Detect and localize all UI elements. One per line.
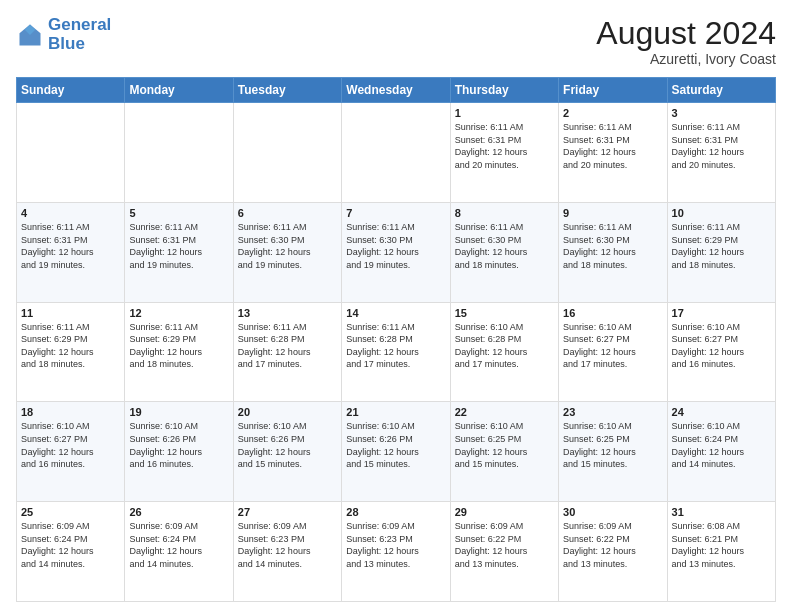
calendar-cell [342,103,450,203]
calendar-cell: 23Sunrise: 6:10 AM Sunset: 6:25 PM Dayli… [559,402,667,502]
day-info: Sunrise: 6:11 AM Sunset: 6:31 PM Dayligh… [455,121,554,171]
day-info: Sunrise: 6:09 AM Sunset: 6:22 PM Dayligh… [455,520,554,570]
day-info: Sunrise: 6:11 AM Sunset: 6:28 PM Dayligh… [346,321,445,371]
main-title: August 2024 [596,16,776,51]
calendar-cell: 19Sunrise: 6:10 AM Sunset: 6:26 PM Dayli… [125,402,233,502]
calendar-cell: 27Sunrise: 6:09 AM Sunset: 6:23 PM Dayli… [233,502,341,602]
day-number: 6 [238,207,337,219]
day-info: Sunrise: 6:11 AM Sunset: 6:30 PM Dayligh… [563,221,662,271]
calendar-week-5: 25Sunrise: 6:09 AM Sunset: 6:24 PM Dayli… [17,502,776,602]
calendar-cell: 31Sunrise: 6:08 AM Sunset: 6:21 PM Dayli… [667,502,775,602]
day-number: 17 [672,307,771,319]
day-info: Sunrise: 6:11 AM Sunset: 6:31 PM Dayligh… [563,121,662,171]
calendar-cell: 4Sunrise: 6:11 AM Sunset: 6:31 PM Daylig… [17,202,125,302]
calendar-cell: 8Sunrise: 6:11 AM Sunset: 6:30 PM Daylig… [450,202,558,302]
day-number: 15 [455,307,554,319]
day-number: 4 [21,207,120,219]
day-number: 19 [129,406,228,418]
day-number: 2 [563,107,662,119]
day-number: 12 [129,307,228,319]
logo: General Blue [16,16,111,53]
day-number: 21 [346,406,445,418]
day-number: 9 [563,207,662,219]
calendar-week-2: 4Sunrise: 6:11 AM Sunset: 6:31 PM Daylig… [17,202,776,302]
logo-icon [16,21,44,49]
day-number: 8 [455,207,554,219]
calendar-week-1: 1Sunrise: 6:11 AM Sunset: 6:31 PM Daylig… [17,103,776,203]
day-info: Sunrise: 6:10 AM Sunset: 6:27 PM Dayligh… [563,321,662,371]
calendar-cell: 25Sunrise: 6:09 AM Sunset: 6:24 PM Dayli… [17,502,125,602]
calendar-cell: 6Sunrise: 6:11 AM Sunset: 6:30 PM Daylig… [233,202,341,302]
subtitle: Azuretti, Ivory Coast [596,51,776,67]
day-number: 1 [455,107,554,119]
calendar-header-tuesday: Tuesday [233,78,341,103]
day-info: Sunrise: 6:10 AM Sunset: 6:26 PM Dayligh… [129,420,228,470]
calendar-cell: 18Sunrise: 6:10 AM Sunset: 6:27 PM Dayli… [17,402,125,502]
day-info: Sunrise: 6:09 AM Sunset: 6:22 PM Dayligh… [563,520,662,570]
day-number: 16 [563,307,662,319]
day-info: Sunrise: 6:11 AM Sunset: 6:29 PM Dayligh… [21,321,120,371]
calendar-header-thursday: Thursday [450,78,558,103]
day-info: Sunrise: 6:11 AM Sunset: 6:28 PM Dayligh… [238,321,337,371]
calendar-cell [125,103,233,203]
calendar-cell: 24Sunrise: 6:10 AM Sunset: 6:24 PM Dayli… [667,402,775,502]
day-number: 31 [672,506,771,518]
day-info: Sunrise: 6:08 AM Sunset: 6:21 PM Dayligh… [672,520,771,570]
calendar-header-monday: Monday [125,78,233,103]
day-info: Sunrise: 6:11 AM Sunset: 6:30 PM Dayligh… [455,221,554,271]
day-number: 3 [672,107,771,119]
calendar-cell: 5Sunrise: 6:11 AM Sunset: 6:31 PM Daylig… [125,202,233,302]
calendar-header-row: SundayMondayTuesdayWednesdayThursdayFrid… [17,78,776,103]
calendar-cell: 2Sunrise: 6:11 AM Sunset: 6:31 PM Daylig… [559,103,667,203]
calendar-cell: 28Sunrise: 6:09 AM Sunset: 6:23 PM Dayli… [342,502,450,602]
day-info: Sunrise: 6:09 AM Sunset: 6:23 PM Dayligh… [346,520,445,570]
day-number: 28 [346,506,445,518]
day-number: 27 [238,506,337,518]
day-number: 30 [563,506,662,518]
day-number: 18 [21,406,120,418]
calendar-cell: 20Sunrise: 6:10 AM Sunset: 6:26 PM Dayli… [233,402,341,502]
day-info: Sunrise: 6:10 AM Sunset: 6:25 PM Dayligh… [455,420,554,470]
day-info: Sunrise: 6:09 AM Sunset: 6:23 PM Dayligh… [238,520,337,570]
day-number: 7 [346,207,445,219]
day-number: 29 [455,506,554,518]
day-info: Sunrise: 6:11 AM Sunset: 6:31 PM Dayligh… [21,221,120,271]
day-info: Sunrise: 6:11 AM Sunset: 6:29 PM Dayligh… [672,221,771,271]
day-info: Sunrise: 6:10 AM Sunset: 6:26 PM Dayligh… [346,420,445,470]
day-info: Sunrise: 6:11 AM Sunset: 6:30 PM Dayligh… [346,221,445,271]
day-number: 26 [129,506,228,518]
calendar-cell: 21Sunrise: 6:10 AM Sunset: 6:26 PM Dayli… [342,402,450,502]
calendar-cell: 9Sunrise: 6:11 AM Sunset: 6:30 PM Daylig… [559,202,667,302]
day-info: Sunrise: 6:10 AM Sunset: 6:25 PM Dayligh… [563,420,662,470]
day-number: 10 [672,207,771,219]
day-number: 25 [21,506,120,518]
day-number: 11 [21,307,120,319]
day-info: Sunrise: 6:10 AM Sunset: 6:24 PM Dayligh… [672,420,771,470]
calendar-cell: 17Sunrise: 6:10 AM Sunset: 6:27 PM Dayli… [667,302,775,402]
logo-text: General Blue [48,16,111,53]
day-number: 23 [563,406,662,418]
day-info: Sunrise: 6:10 AM Sunset: 6:28 PM Dayligh… [455,321,554,371]
day-info: Sunrise: 6:10 AM Sunset: 6:26 PM Dayligh… [238,420,337,470]
calendar-header-saturday: Saturday [667,78,775,103]
calendar-header-wednesday: Wednesday [342,78,450,103]
day-info: Sunrise: 6:10 AM Sunset: 6:27 PM Dayligh… [672,321,771,371]
day-info: Sunrise: 6:09 AM Sunset: 6:24 PM Dayligh… [21,520,120,570]
page: General Blue August 2024 Azuretti, Ivory… [0,0,792,612]
day-info: Sunrise: 6:11 AM Sunset: 6:31 PM Dayligh… [672,121,771,171]
day-number: 14 [346,307,445,319]
day-info: Sunrise: 6:11 AM Sunset: 6:29 PM Dayligh… [129,321,228,371]
calendar-cell: 29Sunrise: 6:09 AM Sunset: 6:22 PM Dayli… [450,502,558,602]
day-number: 13 [238,307,337,319]
title-block: August 2024 Azuretti, Ivory Coast [596,16,776,67]
calendar-cell: 26Sunrise: 6:09 AM Sunset: 6:24 PM Dayli… [125,502,233,602]
calendar-cell: 22Sunrise: 6:10 AM Sunset: 6:25 PM Dayli… [450,402,558,502]
calendar-cell [233,103,341,203]
calendar-cell: 11Sunrise: 6:11 AM Sunset: 6:29 PM Dayli… [17,302,125,402]
calendar-cell: 3Sunrise: 6:11 AM Sunset: 6:31 PM Daylig… [667,103,775,203]
day-info: Sunrise: 6:09 AM Sunset: 6:24 PM Dayligh… [129,520,228,570]
day-number: 22 [455,406,554,418]
day-number: 5 [129,207,228,219]
calendar-cell: 1Sunrise: 6:11 AM Sunset: 6:31 PM Daylig… [450,103,558,203]
calendar-cell: 10Sunrise: 6:11 AM Sunset: 6:29 PM Dayli… [667,202,775,302]
